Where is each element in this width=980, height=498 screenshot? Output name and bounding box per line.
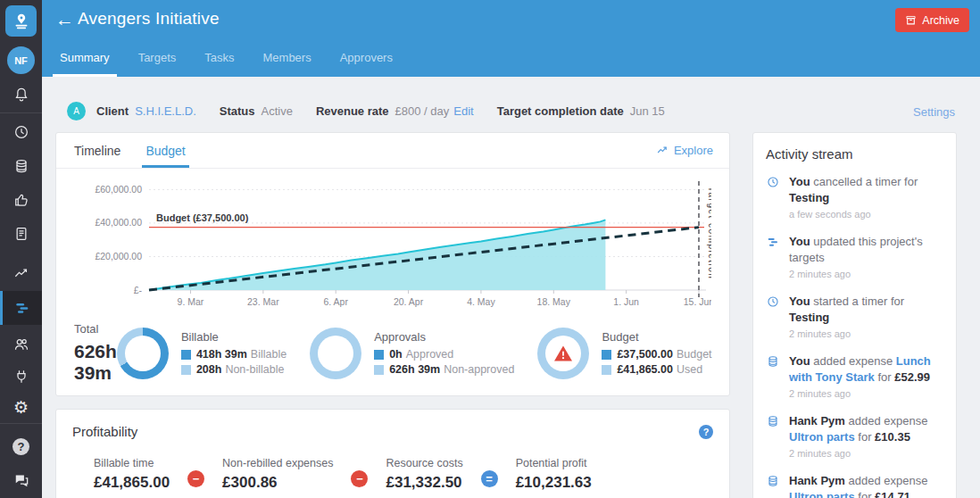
chat-icon (12, 471, 30, 489)
project-header: ← Avengers Initiative Archive Summary Ta… (42, 0, 980, 77)
activity-actor: You (789, 235, 810, 248)
sidebar-item-time[interactable] (0, 116, 42, 148)
activity-expense-link[interactable]: Ultron parts (789, 430, 855, 444)
budget-legend: Budget £37,500.00 Budget £41,865.00 Used (602, 330, 711, 376)
sidebar-item-targets[interactable] (0, 291, 42, 325)
question-circle-icon[interactable]: ? (699, 425, 713, 439)
target-date-label: Target completion date (497, 104, 624, 118)
sidebar-item-reports[interactable] (0, 257, 42, 289)
help-icon: ? (12, 438, 29, 455)
revenue-rate-label: Revenue rate (316, 104, 389, 118)
tab-approvers[interactable]: Approvers (340, 51, 393, 77)
potential-profit-stat: Potential profit £10,231.63 (516, 457, 592, 492)
svg-text:20. Apr: 20. Apr (394, 296, 424, 307)
activity-actor: You (789, 175, 810, 188)
svg-text:£20,000.00: £20,000.00 (95, 251, 142, 261)
svg-text:1. Jun: 1. Jun (613, 296, 639, 307)
activity-action: added expense (849, 474, 928, 487)
activity-timestamp: 2 minutes ago (789, 328, 943, 341)
activity-text: You updated this project's targets (789, 235, 923, 264)
app-logo[interactable] (5, 5, 37, 37)
settings-link[interactable]: Settings (913, 105, 955, 119)
archive-button[interactable]: Archive (895, 8, 969, 32)
activity-action: added expense (849, 414, 928, 427)
activity-text: Hank Pym added expense Ultron parts for … (789, 474, 927, 498)
activity-actor: You (789, 354, 810, 368)
activity-item: You started a timer for Testing2 minutes… (766, 294, 943, 341)
activity-text: Hank Pym added expense Ultron parts for … (789, 414, 927, 444)
sidebar-item-notifications[interactable] (0, 79, 42, 111)
legend-line: 0h Approved (374, 348, 514, 361)
billable-legend: Billable 418h 39m Billable 208h Non-bill… (181, 330, 287, 376)
back-arrow-icon[interactable]: ← (55, 9, 74, 30)
activity-expense-link[interactable]: Ultron parts (789, 490, 855, 498)
client-label: Client (96, 104, 129, 118)
legend-line: £41,865.00 Used (602, 363, 711, 376)
activity-bold-value: Testing (789, 311, 829, 324)
activity-timestamp: 2 minutes ago (789, 447, 943, 461)
sidebar-item-help[interactable]: ? (0, 430, 42, 462)
explore-label: Explore (674, 144, 713, 157)
archive-icon (905, 14, 917, 26)
budget-donut (537, 328, 589, 379)
clock-icon (766, 295, 780, 309)
stat-label: Resource costs (386, 457, 462, 469)
page-title: Avengers Initiative (78, 9, 220, 29)
stat-value: £300.86 (222, 474, 333, 492)
resource-costs-stat: Resource costs £31,332.50 (386, 457, 462, 492)
activity-mid: for (858, 430, 871, 444)
activity-bold-value: Testing (789, 191, 829, 204)
used-amount: £41,865.00 (617, 363, 673, 376)
coins-icon (766, 354, 780, 369)
activity-timestamp: a few seconds ago (789, 208, 943, 221)
stat-label: Billable time (94, 457, 170, 469)
profitability-header: Profitability ? (56, 410, 729, 439)
sidebar-item-invoices[interactable] (0, 218, 42, 250)
activity-bold-value: £14.71 (875, 490, 910, 498)
equals-operator-icon: = (481, 470, 498, 487)
sidebar-item-settings[interactable]: ⚙ (0, 391, 42, 423)
activity-text: You added expense Lunch with Tony Stark … (789, 354, 931, 384)
svg-text:4. May: 4. May (467, 296, 495, 307)
client-link[interactable]: S.H.I.E.L.D. (135, 104, 196, 118)
total-value: 626h 39m (74, 341, 117, 384)
sidebar-item-expenses[interactable] (0, 150, 42, 182)
stat-label: Potential profit (516, 457, 592, 469)
activity-mid: for (877, 370, 891, 384)
tab-timeline[interactable]: Timeline (74, 133, 120, 168)
target-date-value: Jun 15 (630, 104, 665, 118)
activity-action: started a timer for (813, 295, 904, 308)
sidebar-item-approvals[interactable] (0, 184, 42, 216)
coins-icon (766, 474, 780, 488)
tab-budget[interactable]: Budget (145, 133, 185, 168)
coins-icon (766, 414, 780, 428)
approvals-label: Approvals (374, 330, 514, 344)
revenue-edit-link[interactable]: Edit (453, 104, 473, 118)
chart-line-icon (12, 264, 30, 282)
approvals-stat: Approvals 0h Approved 626h 39m Non-appro… (310, 328, 514, 379)
tab-tasks[interactable]: Tasks (204, 51, 234, 77)
sidebar-item-team[interactable] (0, 328, 42, 361)
svg-text:Target completion: Target completion (707, 187, 711, 279)
plug-icon (12, 368, 30, 386)
user-avatar[interactable]: NF (7, 46, 35, 74)
tab-members[interactable]: Members (263, 51, 311, 77)
sidebar-divider (0, 112, 42, 113)
total-hours-stat: Total 626h 39m (74, 322, 117, 384)
sidebar-item-integrations[interactable] (0, 361, 42, 393)
budget-card: Timeline Budget Explore £60,000.00£40,00… (55, 132, 730, 396)
coins-icon (12, 157, 30, 175)
minus-operator-icon: − (187, 470, 204, 487)
nonapproved-text: Non-approved (444, 363, 514, 376)
stat-value: £31,332.50 (386, 474, 462, 492)
activity-actor: You (789, 295, 810, 308)
activity-text: You started a timer for Testing (789, 295, 904, 324)
explore-link[interactable]: Explore (656, 133, 713, 168)
tab-targets[interactable]: Targets (138, 51, 177, 77)
budget-stats-row: Total 626h 39m Billable 418h 39m Billabl… (56, 320, 729, 384)
activity-actor: Hank Pym (789, 414, 845, 427)
tab-summary[interactable]: Summary (60, 51, 110, 77)
svg-text:6. Apr: 6. Apr (323, 296, 348, 307)
sidebar-item-feedback[interactable] (0, 464, 42, 496)
svg-text:18. May: 18. May (537, 296, 571, 307)
